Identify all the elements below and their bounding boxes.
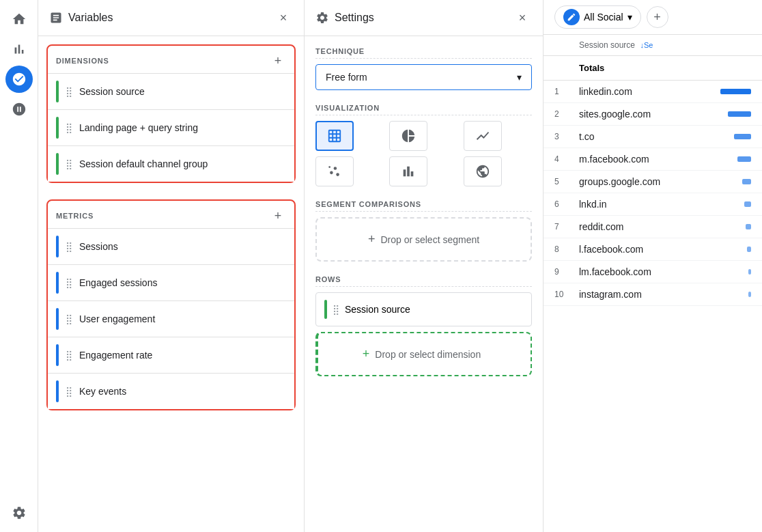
- row-source: linkedin.com: [579, 86, 710, 97]
- variables-label: Variables: [68, 12, 113, 24]
- segment-drop-zone[interactable]: + Drop or select segment: [315, 217, 532, 262]
- row-bar-cell: [710, 89, 751, 94]
- dimensions-section: DIMENSIONS + ⣿ Session source ⣿ Landing …: [46, 44, 296, 183]
- metric-text: Key events: [79, 386, 126, 397]
- metric-item-engaged-sessions[interactable]: ⣿ Engaged sessions: [48, 264, 294, 300]
- metric-bar: [56, 380, 59, 402]
- metric-text: Engaged sessions: [79, 277, 157, 288]
- metric-bar: [56, 236, 59, 257]
- table-row: 6 lnkd.in: [544, 193, 762, 216]
- svg-point-2: [336, 173, 339, 176]
- drag-icon: ⣿: [66, 241, 72, 252]
- row-source: l.facebook.com: [579, 244, 710, 255]
- table-row: 4 m.facebook.com: [544, 148, 762, 171]
- settings-close-button[interactable]: ×: [513, 8, 532, 27]
- segment-pill[interactable]: All Social ▾: [554, 5, 641, 29]
- dimension-item-channel-group[interactable]: ⣿ Session default channel group: [48, 145, 294, 182]
- add-segment-button[interactable]: +: [647, 6, 668, 28]
- table-row: 7 reddit.com: [544, 216, 762, 238]
- drag-icon: ⣿: [66, 158, 72, 169]
- dimension-drop-text: Drop or select dimension: [375, 349, 481, 360]
- dimension-item-landing-page[interactable]: ⣿ Landing page + query string: [48, 109, 294, 145]
- data-bar: [747, 247, 751, 252]
- drag-icon: ⣿: [66, 122, 72, 133]
- dimension-bar: [56, 117, 59, 139]
- data-bar: [748, 292, 751, 297]
- totals-label: Totals: [579, 63, 751, 73]
- variables-panel: Variables × DIMENSIONS + ⣿ Session sourc…: [38, 0, 305, 532]
- scatter-viz-button[interactable]: [315, 156, 354, 186]
- technique-dropdown[interactable]: Free form ▾: [315, 64, 532, 90]
- row-source: t.co: [579, 131, 710, 142]
- row-number: 9: [554, 267, 579, 277]
- data-bar: [720, 89, 751, 94]
- row-source: groups.google.com: [579, 176, 710, 187]
- dimension-text: Session default channel group: [79, 158, 208, 169]
- segment-comparisons-label: SEGMENT COMPARISONS: [315, 200, 532, 212]
- row-number: 4: [554, 154, 579, 164]
- results-panel: All Social ▾ + Session source ↓Se Totals…: [544, 0, 762, 532]
- variables-close-button[interactable]: ×: [274, 8, 293, 27]
- settings-icon[interactable]: [5, 499, 33, 527]
- pie-viz-button[interactable]: [389, 121, 427, 151]
- table-row: 5 groups.google.com: [544, 171, 762, 193]
- table-viz-button[interactable]: [315, 121, 354, 151]
- chart-icon[interactable]: [5, 36, 33, 63]
- row-bar-cell: [710, 179, 751, 184]
- dimension-bar: [56, 81, 59, 102]
- svg-point-0: [330, 171, 333, 175]
- row-source: sites.google.com: [579, 109, 710, 120]
- settings-title: Settings: [315, 11, 374, 25]
- visualization-grid: [315, 121, 532, 186]
- segment-comparisons-section: SEGMENT COMPARISONS + Drop or select seg…: [315, 200, 532, 262]
- data-bar: [734, 134, 751, 139]
- row-number: 1: [554, 87, 579, 96]
- drag-icon: ⣿: [66, 313, 72, 324]
- metric-item-sessions[interactable]: ⣿ Sessions: [48, 228, 294, 264]
- table-row: 10 instagram.com: [544, 283, 762, 306]
- dimension-text: Session source: [79, 86, 145, 97]
- metrics-header: METRICS +: [48, 201, 294, 228]
- drag-icon: ⣿: [66, 386, 72, 397]
- metric-item-key-events[interactable]: ⣿ Key events: [48, 373, 294, 409]
- table-row: 3 t.co: [544, 126, 762, 148]
- drag-icon: ⣿: [333, 304, 339, 315]
- activation-icon[interactable]: [5, 96, 33, 123]
- table-row: 1 linkedin.com: [544, 81, 762, 103]
- add-metric-button[interactable]: +: [270, 208, 286, 224]
- row-number: 10: [554, 290, 579, 299]
- table-row: 8 l.facebook.com: [544, 238, 762, 261]
- settings-label: Settings: [335, 12, 374, 24]
- col-source-header: Session source ↓Se: [579, 40, 751, 50]
- metric-item-engagement-rate[interactable]: ⣿ Engagement rate: [48, 337, 294, 373]
- row-source: reddit.com: [579, 221, 710, 232]
- metric-bar: [56, 344, 59, 366]
- metric-bar: [56, 308, 59, 330]
- row-bar-cell: [710, 292, 751, 297]
- drag-icon: ⣿: [66, 86, 72, 97]
- home-icon[interactable]: [5, 5, 33, 33]
- row-number: 5: [554, 177, 579, 186]
- line-viz-button[interactable]: [464, 121, 502, 151]
- drag-icon: ⣿: [66, 277, 72, 288]
- geo-viz-button[interactable]: [464, 156, 502, 186]
- metric-item-user-engagement[interactable]: ⣿ User engagement: [48, 300, 294, 337]
- row-bar-cell: [710, 269, 751, 275]
- settings-panel: Settings × TECHNIQUE Free form ▾ VISUALI…: [305, 0, 544, 532]
- dimension-item-session-source[interactable]: ⣿ Session source: [48, 73, 294, 109]
- drag-icon: ⣿: [66, 350, 72, 361]
- dimension-drop-zone[interactable]: + Drop or select dimension: [315, 332, 532, 376]
- row-number: 7: [554, 222, 579, 232]
- row-number: 6: [554, 199, 579, 209]
- rows-session-source-item[interactable]: ⣿ Session source: [315, 292, 532, 326]
- row-bar-cell: [710, 156, 751, 162]
- add-dimension-button[interactable]: +: [270, 53, 286, 69]
- bar-viz-button[interactable]: [389, 156, 427, 186]
- svg-point-3: [328, 166, 330, 168]
- segment-edit-icon: [563, 9, 580, 25]
- row-bar-cell: [710, 247, 751, 252]
- metric-bar: [56, 272, 59, 294]
- explore-icon[interactable]: [5, 66, 33, 93]
- row-source: instagram.com: [579, 289, 710, 300]
- session-source-col-header: Session source: [579, 40, 635, 50]
